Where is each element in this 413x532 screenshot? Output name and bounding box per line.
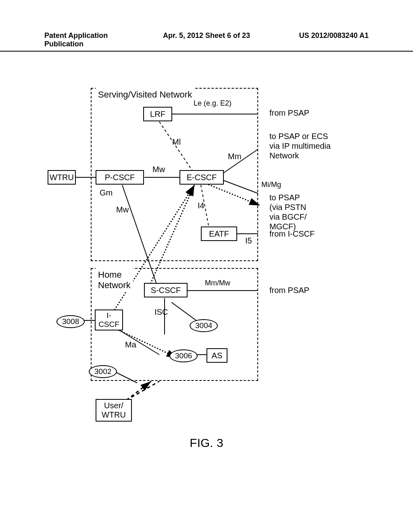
label-from-psap-2: from PSAP bbox=[269, 285, 309, 295]
label-ml: Ml bbox=[172, 137, 181, 147]
pcscf-node: P-CSCF bbox=[96, 170, 144, 185]
figure-caption: FIG. 3 bbox=[190, 436, 223, 450]
icscf-node: I- CSCF bbox=[95, 310, 123, 330]
label-mimg: Mi/Mg bbox=[261, 181, 281, 189]
callout-3002: 3002 bbox=[89, 365, 117, 378]
lrf-node: LRF bbox=[143, 107, 172, 121]
scscf-node: S-CSCF bbox=[144, 283, 188, 297]
home-network-title: Home Network bbox=[96, 268, 133, 292]
label-mm: Mm bbox=[228, 152, 241, 161]
label-mmmw: Mm/Mw bbox=[205, 279, 230, 288]
eatf-node: EATF bbox=[201, 227, 237, 241]
label-from-psap-1: from PSAP bbox=[269, 108, 309, 118]
label-isc: ISC bbox=[154, 307, 168, 317]
label-le: Le (e.g. E2) bbox=[194, 99, 232, 108]
diagram-container: Serving/Visited Network Home Network WTR… bbox=[0, 44, 413, 488]
ecscf-node: E-CSCF bbox=[179, 170, 224, 185]
label-from-icscf: from I-CSCF bbox=[269, 229, 315, 239]
user-wtru-node: User/ WTRU bbox=[96, 399, 132, 422]
callout-3008: 3008 bbox=[56, 315, 85, 328]
label-gm: Gm bbox=[100, 188, 113, 197]
as-node: AS bbox=[206, 348, 227, 363]
label-i5: I5 bbox=[245, 236, 252, 245]
label-mw1: Mw bbox=[152, 164, 165, 174]
label-mw2: Mw bbox=[116, 205, 129, 214]
label-i4: I4 bbox=[198, 201, 204, 210]
callout-3004: 3004 bbox=[190, 319, 218, 332]
svg-line-16 bbox=[126, 381, 151, 400]
wtru-node: WTRU bbox=[48, 170, 76, 185]
svg-line-17 bbox=[126, 381, 159, 400]
label-ma: Ma bbox=[125, 340, 136, 349]
label-to-psap-pstn: to PSAP (via PSTN via BGCF/ MGCF) bbox=[269, 193, 307, 231]
serving-visited-title: Serving/Visited Network bbox=[96, 88, 194, 102]
label-to-psap-ecs: to PSAP or ECS via IP multimedia Network bbox=[269, 131, 331, 160]
callout-3006: 3006 bbox=[169, 349, 198, 362]
